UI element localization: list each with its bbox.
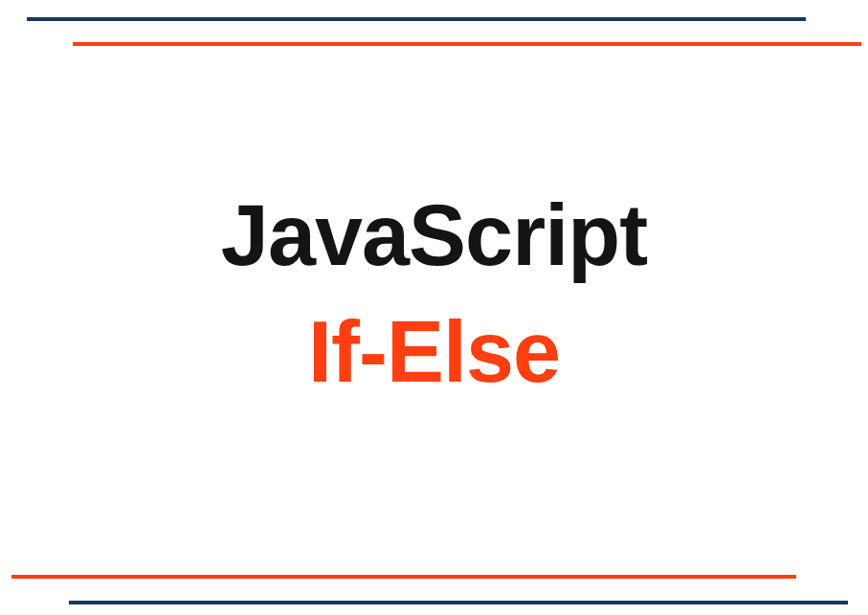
decorative-line-orange-top <box>73 42 861 46</box>
decorative-line-orange-bottom <box>11 575 796 579</box>
decorative-line-blue-top <box>27 17 806 21</box>
decorative-line-blue-bottom <box>69 601 848 604</box>
title-line-1: JavaScript <box>0 187 868 286</box>
title-line-2: If-Else <box>0 303 868 403</box>
title-container: JavaScript If-Else <box>0 187 868 402</box>
